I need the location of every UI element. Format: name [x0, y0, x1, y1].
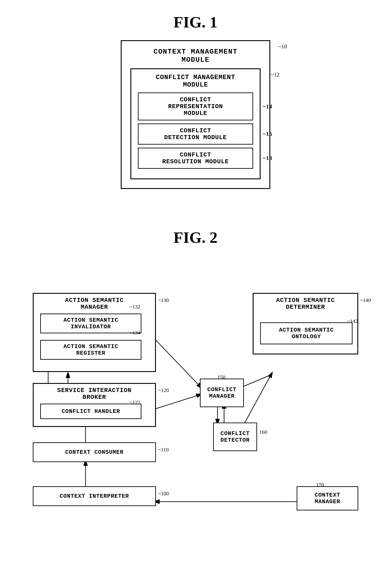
ref-16: ~16	[263, 131, 272, 137]
asi-label: ACTION SEMANTICINVALIDATOR	[63, 317, 118, 330]
ref-130: ~130	[158, 297, 169, 303]
action-semantic-register-box: ACTION SEMANTICREGISTER	[40, 340, 141, 360]
conflict-management-module-label: CONFLICT MANAGEMENTMODULE	[138, 74, 253, 88]
conflict-detector-box: CONFLICTDETECTOR	[213, 423, 257, 451]
ci-label: CONTEXT INTERPRETER	[60, 493, 129, 500]
context-interpreter-box: CONTEXT INTERPRETER	[33, 486, 156, 506]
ch-label: CONFLICT HANDLER	[62, 408, 120, 415]
sib-label: SERVICE INTERACTIONBROKER	[34, 387, 155, 401]
ref-100: ~100	[158, 491, 169, 497]
action-semantic-determiner-box: ACTION SEMANTICDETERMINER ACTION SEMANTI…	[253, 293, 358, 355]
ref-14: ~14	[263, 103, 272, 110]
ref-110: ~110	[158, 447, 169, 453]
ref-160: 160	[259, 429, 267, 435]
conflict-representation-module-box: CONFLICTREPRESENTATIONMODULE ~14	[138, 92, 253, 120]
svg-line-9	[154, 338, 202, 388]
aso-label: ACTION SEMANTICONTOLOGY	[279, 327, 334, 340]
ref-142: ~142	[347, 318, 358, 324]
context-management-module-box: CONTEXT MANAGEMENTMODULE CONFLICT MANAGE…	[121, 40, 270, 189]
fig1-title: FIG. 1	[174, 13, 217, 31]
asd-label: ACTION SEMANTICDETERMINER	[254, 297, 357, 310]
fig2-section: ACTION SEMANTICMANAGER ACTION SEMANTICIN…	[19, 271, 372, 521]
conflict-resolution-module-box: CONFLICTRESOLUTION MODULE ~18	[138, 148, 253, 169]
context-manager-box: CONTEXTMANAGER	[297, 486, 358, 511]
ref-18: ~18	[263, 155, 272, 161]
ref-12: ~12	[271, 72, 280, 78]
cc-label: CONTEXT CONSUMER	[65, 449, 124, 455]
cmgr-label: CONTEXTMANAGER	[315, 492, 340, 505]
context-consumer-box: CONTEXT CONSUMER	[33, 442, 156, 462]
ref-10: ~10	[278, 43, 287, 50]
ref-170: 170	[316, 482, 324, 488]
conflict-management-module-box: CONFLICT MANAGEMENTMODULE CONFLICTREPRES…	[130, 68, 261, 179]
fig2-diagram: ACTION SEMANTICMANAGER ACTION SEMANTICIN…	[19, 280, 372, 521]
ref-150: 150	[217, 374, 225, 380]
fig2-title: FIG. 2	[174, 228, 217, 247]
ref-120: ~120	[158, 387, 169, 393]
ref-134: ~134	[129, 330, 140, 336]
ref-132: ~132	[129, 304, 140, 310]
cm-label: CONFLICTMANAGER	[207, 386, 237, 399]
action-semantic-invalidator-box: ACTION SEMANTICINVALIDATOR	[40, 313, 141, 333]
ref-122: ~122	[129, 399, 140, 405]
action-semantic-ontology-box: ACTION SEMANTICONTOLOGY	[260, 322, 353, 344]
conflict-manager-box: CONFLICTMANAGER	[200, 379, 244, 407]
conflict-handler-box: CONFLICT HANDLER	[40, 404, 141, 419]
asr-label: ACTION SEMANTICREGISTER	[63, 343, 118, 356]
cd-label: CONFLICTDETECTOR	[221, 430, 250, 443]
conflict-detection-module-box: CONFLICTDETECTION MODULE ~16	[138, 124, 253, 145]
svg-line-14	[154, 394, 202, 409]
ref-140: ~140	[360, 297, 371, 303]
context-management-module-label: CONTEXT MANAGEMENTMODULE	[130, 48, 261, 64]
